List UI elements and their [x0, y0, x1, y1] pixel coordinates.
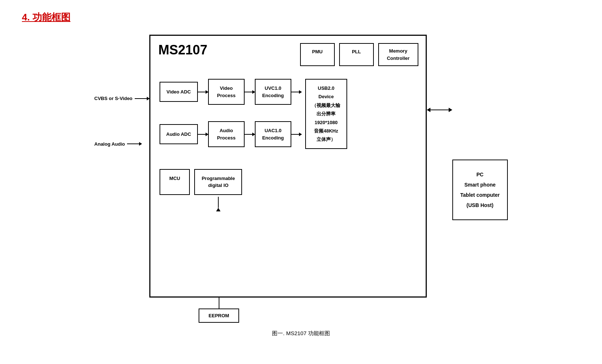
audio-adc-box: Audio ADC: [160, 124, 198, 144]
audio-input-row: Analog Audio: [94, 141, 149, 148]
video-input-label: CVBS or S-Video: [94, 95, 133, 102]
usb-box: USB2.0Device（视频最大输出分辨率1920*1080音频48KHz立体…: [305, 79, 347, 149]
memory-controller-box: MemoryController: [378, 43, 418, 66]
audio-chain: Audio ADC AudioProcess UAC1.0Encoding: [160, 121, 302, 147]
audio-input-arrow: [127, 143, 142, 144]
video-input-row: CVBS or S-Video: [94, 95, 149, 102]
usb-pc-arrow: [427, 108, 452, 112]
chip-name: MS2107: [158, 42, 207, 58]
video-adc-box: Video ADC: [160, 82, 198, 102]
video-chain: Video ADC VideoProcess UVC1.0Encoding: [160, 79, 302, 105]
video-process-box: VideoProcess: [208, 79, 245, 105]
chip-box: MS2107 PMU PLL MemoryController Video AD…: [149, 35, 427, 298]
uvc-encoding-box: UVC1.0Encoding: [255, 79, 291, 105]
audio-process-box: AudioProcess: [208, 121, 245, 147]
eeprom-box: EEPROM: [199, 309, 239, 323]
figure-caption: 图一. MS2107 功能框图: [272, 330, 330, 337]
pc-box: PCSmart phoneTablet computer(USB Host): [452, 160, 508, 220]
pmu-box: PMU: [300, 43, 335, 66]
audio-input-label: Analog Audio: [94, 141, 125, 148]
uac-encoding-box: UAC1.0Encoding: [255, 121, 291, 147]
programmable-io-box: Programmabledigital IO: [194, 169, 242, 195]
page-title: 4. 功能框图: [22, 11, 580, 24]
pll-box: PLL: [339, 43, 374, 66]
mcu-box: MCU: [160, 169, 190, 195]
video-input-arrow: [135, 98, 149, 99]
